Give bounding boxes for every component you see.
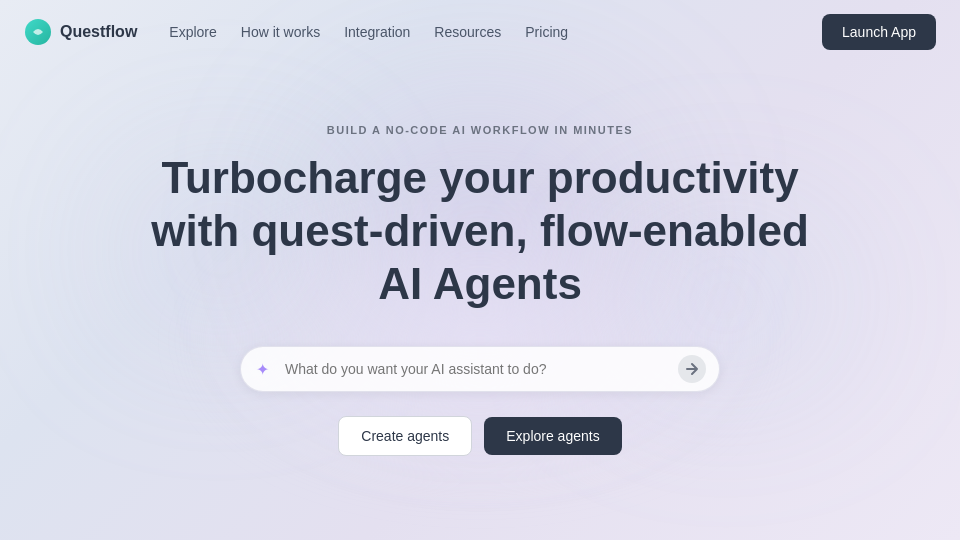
logo[interactable]: Questflow [24,18,137,46]
logo-text: Questflow [60,23,137,41]
hero-title-line3: AI Agents [378,259,582,308]
logo-icon [24,18,52,46]
nav-link-explore[interactable]: Explore [169,24,216,40]
hero-title-line2: with quest-driven, flow-enabled [151,206,809,255]
nav-link-how-it-works[interactable]: How it works [241,24,320,40]
nav-link-pricing[interactable]: Pricing [525,24,568,40]
create-agents-button[interactable]: Create agents [338,416,472,456]
nav-launch: Launch App [822,14,936,50]
cta-buttons: Create agents Explore agents [338,416,621,456]
nav-link-resources[interactable]: Resources [434,24,501,40]
search-container: ✦ [240,346,720,392]
nav-link-integration[interactable]: Integration [344,24,410,40]
explore-agents-button[interactable]: Explore agents [484,417,621,455]
hero-title-line1: Turbocharge your productivity [161,153,798,202]
navbar: Questflow Explore How it works Integrati… [0,0,960,64]
hero-section: BUILD A NO-CODE AI WORKFLOW IN MINUTES T… [0,64,960,456]
hero-eyebrow: BUILD A NO-CODE AI WORKFLOW IN MINUTES [327,124,633,136]
nav-links: Explore How it works Integration Resourc… [169,24,822,40]
launch-app-button[interactable]: Launch App [822,14,936,50]
hero-title: Turbocharge your productivity with quest… [151,152,809,310]
arrow-right-icon [685,362,699,376]
search-submit-button[interactable] [678,355,706,383]
sparkle-icon: ✦ [256,360,269,379]
search-input[interactable] [240,346,720,392]
